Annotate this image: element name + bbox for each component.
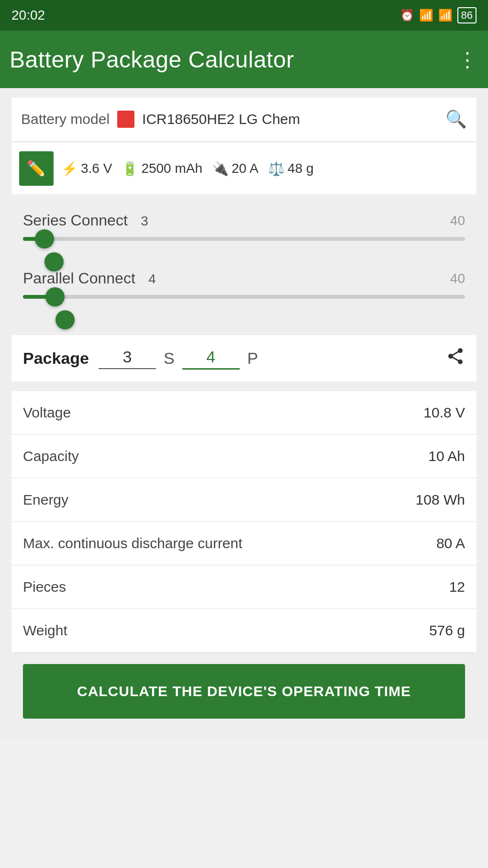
parallel-slider-section: Parallel Connect 4 40 <box>11 270 477 316</box>
capacity-label: Capacity <box>23 448 79 464</box>
package-section: Package S P <box>11 335 477 382</box>
search-icon[interactable]: 🔍 <box>445 109 467 129</box>
parallel-input[interactable] <box>182 348 240 370</box>
signal-icon-2: 📶 <box>438 9 453 22</box>
overflow-menu-button[interactable]: ⋮ <box>457 48 478 71</box>
capacity-icon: 🔋 <box>122 161 138 177</box>
voltage-label: Voltage <box>23 405 71 421</box>
battery-model-row: Battery model ICR18650HE2 LG Chem 🔍 <box>11 98 477 141</box>
weight-spec: ⚖️ 48 g <box>268 161 314 177</box>
series-input[interactable] <box>99 348 156 369</box>
voltage-value: 3.6 V <box>81 161 112 176</box>
main-content: Battery model ICR18650HE2 LG Chem 🔍 ✏️ ⚡… <box>0 88 488 740</box>
capacity-spec: 🔋 2500 mAh <box>122 161 202 177</box>
series-label: Series Connect <box>23 212 128 229</box>
divider-1 <box>11 204 477 212</box>
energy-label: Energy <box>23 492 68 508</box>
alarm-icon: ⏰ <box>400 9 414 22</box>
weight-icon: ⚖️ <box>268 161 285 177</box>
current-spec: 🔌 20 A <box>212 161 258 177</box>
series-max: 40 <box>450 213 465 228</box>
capacity-value: 2500 mAh <box>141 161 202 176</box>
battery-specs-row: ✏️ ⚡ 3.6 V 🔋 2500 mAh 🔌 20 A ⚖️ 48 g <box>11 143 477 194</box>
results-section: Voltage 10.8 V Capacity 10 Ah Energy 108… <box>11 391 477 653</box>
parallel-slider-header: Parallel Connect 4 40 <box>11 270 477 287</box>
max-discharge-label: Max. continuous discharge current <box>23 535 243 552</box>
status-icons: ⏰ 📶 📶 86 <box>400 7 477 23</box>
weight-result: 576 g <box>429 622 465 639</box>
parallel-value: 4 <box>141 271 156 287</box>
parallel-suffix: P <box>247 349 258 368</box>
pieces-result: 12 <box>449 579 465 595</box>
parallel-slider-container <box>11 295 477 316</box>
status-bar: 20:02 ⏰ 📶 📶 86 <box>0 0 488 31</box>
status-time: 20:02 <box>11 8 45 23</box>
weight-label: Weight <box>23 622 67 639</box>
current-icon: 🔌 <box>212 161 229 177</box>
edit-icon: ✏️ <box>27 159 46 178</box>
current-value: 20 A <box>232 161 258 176</box>
voltage-result: 10.8 V <box>423 405 465 421</box>
calculate-button[interactable]: CALCULATE THE DEVICE'S OPERATING TIME <box>23 664 465 719</box>
pieces-row: Pieces 12 <box>11 565 477 609</box>
voltage-spec: ⚡ 3.6 V <box>61 161 112 177</box>
edit-button[interactable]: ✏️ <box>19 151 54 186</box>
share-button[interactable] <box>446 347 465 370</box>
voltage-row: Voltage 10.8 V <box>11 391 477 435</box>
parallel-max: 40 <box>450 271 465 286</box>
battery-model-name: ICR18650HE2 LG Chem <box>142 111 438 127</box>
pieces-label: Pieces <box>23 579 66 595</box>
capacity-result: 10 Ah <box>428 448 465 464</box>
series-slider-thumb <box>35 229 54 248</box>
energy-row: Energy 108 Wh <box>11 478 477 522</box>
app-bar: Battery Package Calculator ⋮ <box>0 31 488 88</box>
series-slider-header: Series Connect 3 40 <box>11 212 477 229</box>
divider-3 <box>11 383 477 391</box>
capacity-row: Capacity 10 Ah <box>11 435 477 478</box>
battery-color-swatch <box>117 111 134 128</box>
series-suffix: S <box>164 349 175 368</box>
series-slider-container <box>11 237 477 258</box>
parallel-label: Parallel Connect <box>23 270 135 287</box>
voltage-icon: ⚡ <box>61 161 78 177</box>
series-slider-input[interactable] <box>23 252 465 256</box>
parallel-slider-track <box>23 295 465 299</box>
series-slider-track <box>23 237 465 241</box>
battery-model-label: Battery model <box>21 111 110 127</box>
package-row: Package S P <box>23 347 465 370</box>
divider-2 <box>11 327 477 335</box>
energy-result: 108 Wh <box>416 492 465 508</box>
series-slider-section: Series Connect 3 40 <box>11 212 477 258</box>
parallel-slider-input[interactable] <box>23 310 465 314</box>
max-discharge-row: Max. continuous discharge current 80 A <box>11 522 477 565</box>
battery-indicator: 86 <box>457 7 477 23</box>
series-value: 3 <box>133 214 148 229</box>
max-discharge-result: 80 A <box>436 535 465 552</box>
weight-value: 48 g <box>288 161 314 176</box>
signal-icon: 📶 <box>419 9 433 22</box>
parallel-slider-thumb <box>45 287 65 306</box>
package-label: Package <box>23 349 89 368</box>
weight-row: Weight 576 g <box>11 609 477 653</box>
app-title: Battery Package Calculator <box>10 46 294 73</box>
